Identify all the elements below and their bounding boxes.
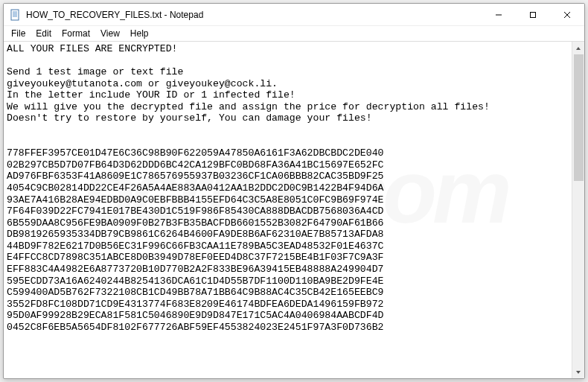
notepad-window: HOW_TO_RECOVERY_FILES.txt - Notepad File… [3, 3, 585, 379]
menu-edit[interactable]: Edit [31, 28, 56, 39]
menu-view[interactable]: View [96, 28, 124, 39]
scroll-down-button[interactable] [572, 366, 584, 378]
titlebar: HOW_TO_RECOVERY_FILES.txt - Notepad [4, 4, 584, 26]
svg-rect-6 [531, 12, 536, 17]
scroll-up-button[interactable] [572, 42, 584, 54]
menu-help[interactable]: Help [126, 28, 153, 39]
notepad-icon [10, 9, 22, 21]
scroll-track[interactable] [572, 54, 584, 366]
editor-area: ALL YOUR FILES ARE ENCRYPTED! Send 1 tes… [4, 41, 584, 378]
window-title: HOW_TO_RECOVERY_FILES.txt - Notepad [26, 10, 482, 20]
svg-marker-10 [576, 371, 581, 374]
vertical-scrollbar[interactable] [572, 42, 584, 378]
menu-file[interactable]: File [7, 28, 30, 39]
menubar: File Edit Format View Help [4, 26, 584, 41]
text-content[interactable]: ALL YOUR FILES ARE ENCRYPTED! Send 1 tes… [4, 42, 572, 378]
window-controls [482, 4, 584, 25]
minimize-button[interactable] [482, 4, 516, 25]
close-button[interactable] [550, 4, 584, 25]
svg-marker-9 [576, 47, 581, 50]
scroll-thumb[interactable] [574, 54, 584, 181]
menu-format[interactable]: Format [57, 28, 95, 39]
maximize-button[interactable] [516, 4, 550, 25]
